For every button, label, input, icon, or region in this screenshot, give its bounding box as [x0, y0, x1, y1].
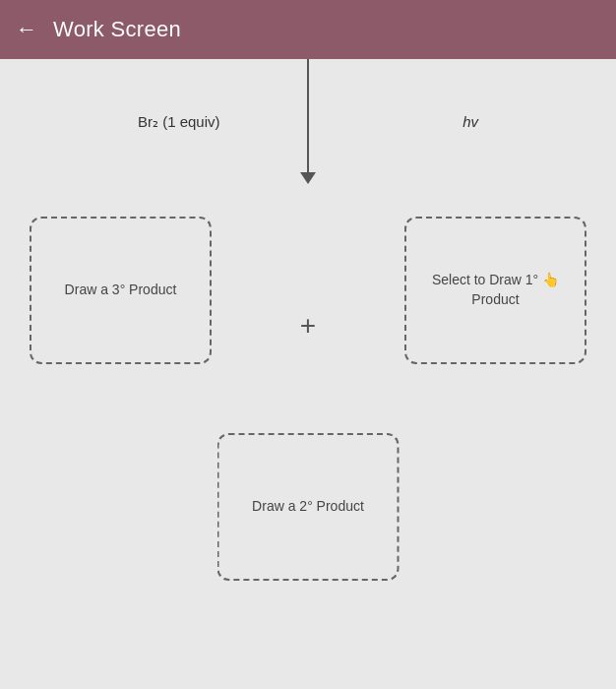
- cursor-icon: 👆: [542, 272, 559, 287]
- app-header: ← Work Screen: [0, 0, 616, 59]
- draw-2-product-box[interactable]: Draw a 2° Product: [217, 433, 400, 581]
- br2-label: Br₂ (1 equiv): [138, 113, 220, 131]
- draw-1-product-label: Select to Draw 1° 👆 Product: [424, 263, 567, 317]
- main-content: Br₂ (1 equiv) hv Draw a 3° Product + Sel…: [0, 59, 616, 689]
- arrow-down-icon: [300, 172, 316, 184]
- plus-sign: +: [300, 310, 316, 342]
- br2-text: Br₂ (1 equiv): [138, 113, 220, 130]
- draw-3-product-box[interactable]: Draw a 3° Product: [30, 217, 212, 364]
- page-title: Work Screen: [53, 17, 181, 42]
- hv-text: hv: [462, 113, 478, 130]
- draw-1-product-box[interactable]: Select to Draw 1° 👆 Product: [404, 217, 586, 364]
- draw-3-product-label: Draw a 3° Product: [57, 273, 185, 308]
- hv-label: hv: [462, 113, 478, 130]
- back-button[interactable]: ←: [16, 17, 37, 42]
- vertical-line: [307, 59, 309, 177]
- draw-2-product-label: Draw a 2° Product: [244, 489, 372, 525]
- plus-text: +: [300, 310, 316, 341]
